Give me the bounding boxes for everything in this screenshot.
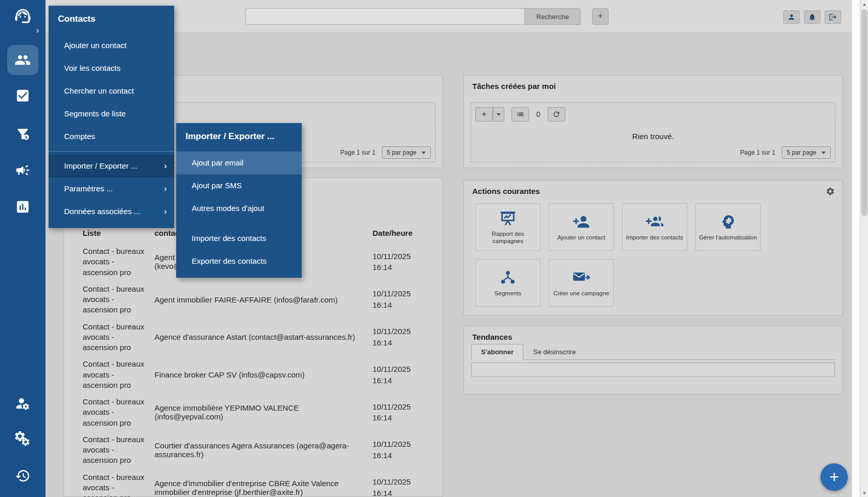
menu-item-label: Voir les contacts <box>64 64 120 72</box>
menu-item-label: Segments de liste <box>64 109 126 118</box>
menu-item-label: Ajouter un contact <box>64 41 127 50</box>
menu-spacer <box>176 220 302 227</box>
scroll-down-button[interactable]: ▼ <box>860 489 868 497</box>
menu-item-view-contacts[interactable]: Voir les contacts <box>49 57 174 80</box>
menu-item-label: Exporter des contacts <box>192 257 267 265</box>
menu-item-label: Ajout par SMS <box>192 181 242 190</box>
menu-item-label: Données associées ... <box>64 207 141 216</box>
submenu-title: Importer / Exporter ... <box>176 123 302 152</box>
bar-chart-icon <box>15 199 30 215</box>
sidebar-item-stats[interactable] <box>0 199 45 215</box>
sidebar-item-settings[interactable] <box>0 431 45 447</box>
chevron-right-icon: › <box>164 161 167 171</box>
sidebar-item-sales[interactable]: $ <box>0 126 45 142</box>
menu-item-import-export[interactable]: Importer / Exporter ... › <box>49 155 174 177</box>
menu-item-label: Importer des contacts <box>192 234 266 243</box>
tasks-icon <box>15 88 30 103</box>
submenu-item-other-add-modes[interactable]: Autres modes d'ajout <box>176 197 302 220</box>
sidebar-item-tasks[interactable] <box>0 88 45 103</box>
gears-icon <box>15 431 30 447</box>
menu-item-label: Autres modes d'ajout <box>192 204 264 213</box>
user-gear-icon <box>15 396 30 411</box>
sidebar: › $ <box>0 0 45 497</box>
menu-item-label: Importer / Exporter ... <box>64 161 137 170</box>
menu-item-label: Comptes <box>64 132 95 141</box>
plus-icon: + <box>829 468 839 487</box>
menu-item-related-data[interactable]: Données associées ... › <box>49 200 174 223</box>
page-gutter <box>852 0 860 497</box>
submenu-item-add-by-email[interactable]: Ajout par email <box>176 152 302 174</box>
sales-funnel-icon: $ <box>15 126 30 142</box>
menu-item-search-contact[interactable]: Chercher un contact <box>49 80 174 102</box>
scrollbar[interactable]: ▲ ▼ <box>860 0 868 497</box>
sidebar-expand-icon[interactable]: › <box>36 26 39 35</box>
menu-title: Contacts <box>49 6 174 34</box>
menu-item-label: Chercher un contact <box>64 86 134 95</box>
menu-item-label: Ajout par email <box>192 158 243 167</box>
menu-item-add-contact[interactable]: Ajouter un contact <box>49 34 174 57</box>
megaphone-icon <box>15 162 30 178</box>
sidebar-item-contacts[interactable] <box>7 45 38 75</box>
fab-add-button[interactable]: + <box>820 463 848 491</box>
menu-item-accounts[interactable]: Comptes <box>49 125 174 148</box>
history-icon <box>15 468 30 484</box>
scrollbar-thumb[interactable] <box>861 9 867 216</box>
sidebar-item-user-settings[interactable] <box>0 396 45 411</box>
sidebar-item-history[interactable] <box>0 468 45 484</box>
menu-item-list-segments[interactable]: Segments de liste <box>49 102 174 125</box>
app-logo-icon[interactable] <box>0 7 45 25</box>
chevron-right-icon: › <box>164 184 167 194</box>
menu-item-settings[interactable]: Paramètres ... › <box>49 177 174 200</box>
sidebar-item-campaigns[interactable] <box>0 162 45 178</box>
chevron-right-icon: › <box>164 206 167 217</box>
submenu-item-import-contacts[interactable]: Importer des contacts <box>176 227 302 250</box>
submenu-item-add-by-sms[interactable]: Ajout par SMS <box>176 174 302 197</box>
import-export-submenu: Importer / Exporter ... Ajout par email … <box>176 123 302 278</box>
menu-item-label: Paramètres ... <box>64 184 113 193</box>
svg-text:$: $ <box>25 135 28 140</box>
contacts-flyout-menu: Contacts Ajouter un contact Voir les con… <box>49 6 174 228</box>
submenu-item-export-contacts[interactable]: Exporter des contacts <box>176 250 302 273</box>
menu-divider <box>49 151 174 152</box>
contacts-icon <box>14 52 31 68</box>
scroll-up-button[interactable]: ▲ <box>860 0 868 8</box>
